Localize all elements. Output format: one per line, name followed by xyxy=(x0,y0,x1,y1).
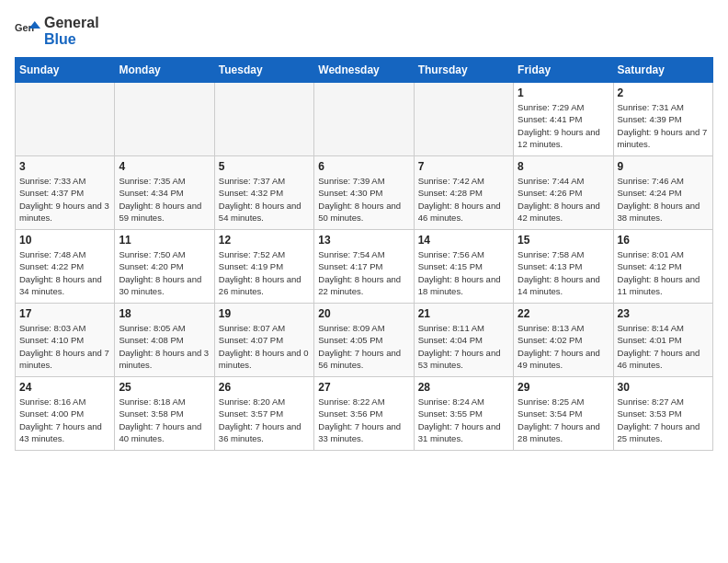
day-info: Sunrise: 7:29 AM Sunset: 4:41 PM Dayligh… xyxy=(518,101,609,150)
week-row-0: 1Sunrise: 7:29 AM Sunset: 4:41 PM Daylig… xyxy=(16,83,713,156)
day-info: Sunrise: 8:03 AM Sunset: 4:10 PM Dayligh… xyxy=(19,322,110,371)
day-number: 16 xyxy=(618,234,709,247)
day-cell: 23Sunrise: 8:14 AM Sunset: 4:01 PM Dayli… xyxy=(613,304,712,377)
day-number: 24 xyxy=(19,381,110,394)
day-number: 25 xyxy=(119,381,210,394)
day-number: 8 xyxy=(518,160,609,173)
column-header-sunday: Sunday xyxy=(16,58,115,83)
day-cell: 21Sunrise: 8:11 AM Sunset: 4:04 PM Dayli… xyxy=(414,304,513,377)
day-number: 13 xyxy=(318,234,409,247)
day-number: 10 xyxy=(19,234,110,247)
day-number: 23 xyxy=(618,307,709,320)
day-cell xyxy=(115,83,214,156)
day-info: Sunrise: 7:48 AM Sunset: 4:22 PM Dayligh… xyxy=(19,248,110,297)
day-cell: 12Sunrise: 7:52 AM Sunset: 4:19 PM Dayli… xyxy=(214,230,313,304)
day-cell: 30Sunrise: 8:27 AM Sunset: 3:53 PM Dayli… xyxy=(613,377,712,451)
day-cell: 29Sunrise: 8:25 AM Sunset: 3:54 PM Dayli… xyxy=(514,377,613,451)
week-row-3: 17Sunrise: 8:03 AM Sunset: 4:10 PM Dayli… xyxy=(16,304,713,377)
day-cell: 28Sunrise: 8:24 AM Sunset: 3:55 PM Dayli… xyxy=(414,377,513,451)
day-cell: 16Sunrise: 8:01 AM Sunset: 4:12 PM Dayli… xyxy=(613,230,712,304)
logo-icon: Gen xyxy=(15,18,40,44)
day-cell: 26Sunrise: 8:20 AM Sunset: 3:57 PM Dayli… xyxy=(214,377,313,451)
day-number: 4 xyxy=(119,160,210,173)
day-info: Sunrise: 8:09 AM Sunset: 4:05 PM Dayligh… xyxy=(318,322,409,371)
day-number: 27 xyxy=(318,381,409,394)
day-cell: 18Sunrise: 8:05 AM Sunset: 4:08 PM Dayli… xyxy=(115,304,214,377)
day-number: 1 xyxy=(518,86,609,99)
day-cell xyxy=(314,83,414,156)
day-info: Sunrise: 7:35 AM Sunset: 4:34 PM Dayligh… xyxy=(119,175,210,224)
day-cell: 3Sunrise: 7:33 AM Sunset: 4:37 PM Daylig… xyxy=(16,156,115,230)
week-row-2: 10Sunrise: 7:48 AM Sunset: 4:22 PM Dayli… xyxy=(16,230,713,304)
day-cell xyxy=(16,83,115,156)
column-header-tuesday: Tuesday xyxy=(214,58,313,83)
day-cell: 10Sunrise: 7:48 AM Sunset: 4:22 PM Dayli… xyxy=(16,230,115,304)
logo-general: General xyxy=(44,15,99,31)
day-cell: 19Sunrise: 8:07 AM Sunset: 4:07 PM Dayli… xyxy=(214,304,313,377)
day-cell: 9Sunrise: 7:46 AM Sunset: 4:24 PM Daylig… xyxy=(613,156,712,230)
day-cell: 2Sunrise: 7:31 AM Sunset: 4:39 PM Daylig… xyxy=(613,83,712,156)
day-info: Sunrise: 8:13 AM Sunset: 4:02 PM Dayligh… xyxy=(518,322,609,371)
day-info: Sunrise: 8:22 AM Sunset: 3:56 PM Dayligh… xyxy=(318,396,409,444)
day-info: Sunrise: 8:05 AM Sunset: 4:08 PM Dayligh… xyxy=(119,322,210,371)
day-cell: 11Sunrise: 7:50 AM Sunset: 4:20 PM Dayli… xyxy=(115,230,214,304)
day-number: 9 xyxy=(618,160,709,173)
day-number: 7 xyxy=(418,160,509,173)
day-cell: 24Sunrise: 8:16 AM Sunset: 4:00 PM Dayli… xyxy=(16,377,115,451)
column-header-wednesday: Wednesday xyxy=(314,58,414,83)
day-info: Sunrise: 8:18 AM Sunset: 3:58 PM Dayligh… xyxy=(119,396,210,444)
column-header-monday: Monday xyxy=(115,58,214,83)
day-info: Sunrise: 8:16 AM Sunset: 4:00 PM Dayligh… xyxy=(19,396,110,444)
day-info: Sunrise: 8:24 AM Sunset: 3:55 PM Dayligh… xyxy=(418,396,509,444)
day-number: 30 xyxy=(618,381,709,394)
day-info: Sunrise: 7:54 AM Sunset: 4:17 PM Dayligh… xyxy=(318,248,409,297)
day-number: 14 xyxy=(418,234,509,247)
header-row: SundayMondayTuesdayWednesdayThursdayFrid… xyxy=(16,58,713,83)
day-info: Sunrise: 7:42 AM Sunset: 4:28 PM Dayligh… xyxy=(418,175,509,224)
day-info: Sunrise: 7:33 AM Sunset: 4:37 PM Dayligh… xyxy=(19,175,110,224)
day-info: Sunrise: 7:56 AM Sunset: 4:15 PM Dayligh… xyxy=(418,248,509,297)
day-cell: 27Sunrise: 8:22 AM Sunset: 3:56 PM Dayli… xyxy=(314,377,414,451)
day-info: Sunrise: 7:31 AM Sunset: 4:39 PM Dayligh… xyxy=(618,101,709,150)
day-info: Sunrise: 7:50 AM Sunset: 4:20 PM Dayligh… xyxy=(119,248,210,297)
day-number: 6 xyxy=(318,160,409,173)
column-header-thursday: Thursday xyxy=(414,58,513,83)
logo: Gen GeneralBlue xyxy=(15,15,99,48)
day-info: Sunrise: 7:44 AM Sunset: 4:26 PM Dayligh… xyxy=(518,175,609,224)
day-cell: 20Sunrise: 8:09 AM Sunset: 4:05 PM Dayli… xyxy=(314,304,414,377)
day-info: Sunrise: 8:01 AM Sunset: 4:12 PM Dayligh… xyxy=(618,248,709,297)
day-info: Sunrise: 7:46 AM Sunset: 4:24 PM Dayligh… xyxy=(618,175,709,224)
day-cell: 4Sunrise: 7:35 AM Sunset: 4:34 PM Daylig… xyxy=(115,156,214,230)
day-number: 2 xyxy=(618,86,709,99)
day-info: Sunrise: 8:20 AM Sunset: 3:57 PM Dayligh… xyxy=(219,396,310,444)
day-info: Sunrise: 7:39 AM Sunset: 4:30 PM Dayligh… xyxy=(318,175,409,224)
logo-blue: Blue xyxy=(44,31,99,48)
day-cell: 14Sunrise: 7:56 AM Sunset: 4:15 PM Dayli… xyxy=(414,230,513,304)
day-number: 28 xyxy=(418,381,509,394)
day-number: 26 xyxy=(219,381,310,394)
day-cell xyxy=(414,83,513,156)
day-info: Sunrise: 7:37 AM Sunset: 4:32 PM Dayligh… xyxy=(219,175,310,224)
day-cell: 6Sunrise: 7:39 AM Sunset: 4:30 PM Daylig… xyxy=(314,156,414,230)
day-number: 29 xyxy=(518,381,609,394)
day-cell: 7Sunrise: 7:42 AM Sunset: 4:28 PM Daylig… xyxy=(414,156,513,230)
day-info: Sunrise: 8:07 AM Sunset: 4:07 PM Dayligh… xyxy=(219,322,310,371)
column-header-saturday: Saturday xyxy=(613,58,712,83)
column-header-friday: Friday xyxy=(514,58,613,83)
day-cell: 5Sunrise: 7:37 AM Sunset: 4:32 PM Daylig… xyxy=(214,156,313,230)
day-cell: 17Sunrise: 8:03 AM Sunset: 4:10 PM Dayli… xyxy=(16,304,115,377)
day-number: 22 xyxy=(518,307,609,320)
calendar-table: SundayMondayTuesdayWednesdayThursdayFrid… xyxy=(15,57,713,451)
day-number: 5 xyxy=(219,160,310,173)
day-info: Sunrise: 8:11 AM Sunset: 4:04 PM Dayligh… xyxy=(418,322,509,371)
day-number: 11 xyxy=(119,234,210,247)
day-number: 15 xyxy=(518,234,609,247)
day-number: 21 xyxy=(418,307,509,320)
day-info: Sunrise: 8:25 AM Sunset: 3:54 PM Dayligh… xyxy=(518,396,609,444)
day-cell: 22Sunrise: 8:13 AM Sunset: 4:02 PM Dayli… xyxy=(514,304,613,377)
day-number: 18 xyxy=(119,307,210,320)
day-number: 12 xyxy=(219,234,310,247)
day-cell: 8Sunrise: 7:44 AM Sunset: 4:26 PM Daylig… xyxy=(514,156,613,230)
day-number: 17 xyxy=(19,307,110,320)
day-cell xyxy=(214,83,313,156)
